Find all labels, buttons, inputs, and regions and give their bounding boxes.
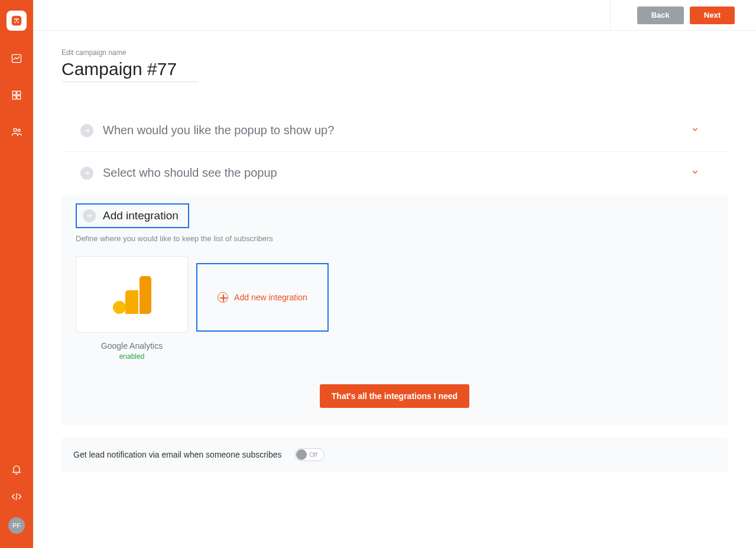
toggle-knob <box>296 449 307 460</box>
svg-point-2 <box>18 18 19 20</box>
app-logo[interactable] <box>7 11 27 31</box>
svg-rect-10 <box>12 96 16 99</box>
integration-cards: Google Analytics enabled Add new integra… <box>76 256 713 361</box>
main-content: Edit campaign name Campaign #77 When wou… <box>33 31 756 495</box>
integration-panel-header[interactable]: Add integration <box>76 203 189 228</box>
integration-card-google-analytics[interactable] <box>76 256 188 333</box>
lead-notification-toggle[interactable]: Off <box>295 448 325 461</box>
campaign-name-label: Edit campaign name <box>61 48 728 57</box>
svg-rect-11 <box>17 96 21 99</box>
svg-point-13 <box>18 129 20 132</box>
section-popup-audience[interactable]: Select who should see the popup <box>61 152 728 194</box>
plus-circle-icon <box>218 292 228 303</box>
svg-point-12 <box>14 128 17 131</box>
svg-line-14 <box>16 493 17 500</box>
add-integration-label: Add new integration <box>234 293 307 302</box>
topbar-divider <box>610 0 611 30</box>
svg-point-3 <box>14 22 15 23</box>
svg-rect-9 <box>17 91 21 95</box>
svg-rect-8 <box>12 91 16 95</box>
integration-panel-subtitle: Define where you would like to keep the … <box>76 234 713 243</box>
svg-point-6 <box>16 18 17 20</box>
campaign-name-input[interactable]: Campaign #77 <box>61 59 197 82</box>
integration-status: enabled <box>76 352 188 361</box>
lead-notification-panel: Get lead notification via email when som… <box>61 437 728 472</box>
integration-name: Google Analytics <box>76 341 188 351</box>
nav-apps-icon[interactable] <box>10 89 23 102</box>
back-button[interactable]: Back <box>637 7 684 24</box>
nav-notifications-icon[interactable] <box>10 463 23 476</box>
user-avatar[interactable]: PF <box>8 517 25 534</box>
svg-point-4 <box>18 22 19 23</box>
section-title: When would you like the popup to show up… <box>103 124 691 137</box>
toggle-state: Off <box>310 452 317 458</box>
arrow-right-icon <box>80 124 93 137</box>
topbar: Back Next <box>33 0 756 31</box>
nav-analytics-icon[interactable] <box>10 52 23 65</box>
arrow-right-icon <box>83 209 96 222</box>
integration-panel-title: Add integration <box>103 209 179 222</box>
google-analytics-icon <box>112 275 151 314</box>
nav-people-icon[interactable] <box>10 125 23 138</box>
section-title: Select who should see the popup <box>103 166 691 180</box>
integrations-done-button[interactable]: That's all the integrations I need <box>320 384 469 408</box>
sidebar: PF <box>0 0 33 548</box>
chevron-down-icon <box>691 125 699 135</box>
chevron-down-icon <box>691 168 699 178</box>
svg-point-1 <box>14 18 15 20</box>
add-integration-button[interactable]: Add new integration <box>196 263 329 332</box>
integration-panel: Add integration Define where you would l… <box>61 195 728 426</box>
svg-point-5 <box>16 20 17 21</box>
lead-notification-label: Get lead notification via email when som… <box>73 450 282 459</box>
arrow-right-icon <box>80 167 93 180</box>
section-popup-timing[interactable]: When would you like the popup to show up… <box>61 109 728 152</box>
next-button[interactable]: Next <box>690 7 735 24</box>
nav-code-icon[interactable] <box>10 490 23 503</box>
